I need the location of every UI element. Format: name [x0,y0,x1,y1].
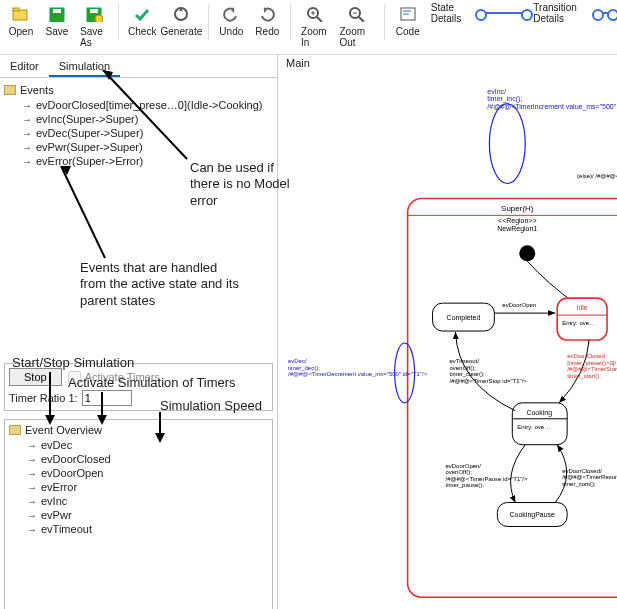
arrow-icon: → [22,142,32,153]
sim-controls: Stop Activate Timers Timer Ratio 1: [4,363,273,411]
svg-line-9 [317,17,322,22]
timer-ratio-input[interactable] [82,390,132,406]
zoom-in-label: Zoom In [301,26,329,48]
trans-evdooropen-pause: evDoorOpen/ovenOff();/#@#@<TimerPause id… [446,463,529,489]
event-overview-item[interactable]: →evDec [9,438,268,452]
trans-else: (else)/ /#@#@<TimerCrea… [577,173,617,179]
event-overview-item[interactable]: →evError [9,480,268,494]
zoom-in-icon [305,4,325,24]
open-button[interactable]: Open [4,2,38,39]
arrow-icon: → [22,100,32,111]
svg-text:CookingPause: CookingPause [510,511,555,519]
arrow-icon: → [27,468,37,479]
trans-evtimeout: evTimeout/ovenOff();timer_clear();/#@#@<… [449,358,527,384]
state-diagram[interactable]: evInc/timer_inc();/#@#@<TimerIncrement v… [278,73,617,609]
arrow-icon: → [27,482,37,493]
event-overview-item[interactable]: →evPwr [9,508,268,522]
arrow-icon: → [27,454,37,465]
event-item[interactable]: →evError(Super->Error) [4,154,273,168]
events-tree: Events →evDoorClosed[timer_prese…0](Idle… [0,78,277,174]
event-overview: Event Overview →evDec→evDoorClosed→evDoo… [4,419,273,609]
tab-editor[interactable]: Editor [0,57,49,77]
generate-icon [171,4,191,24]
toolbar: Open Save Save As Check Generate Undo [0,0,617,55]
svg-text:evDoorOpen: evDoorOpen [502,302,536,308]
event-item[interactable]: →evPwr(Super->Super) [4,140,273,154]
redo-label: Redo [255,26,279,37]
arrow-icon: → [22,156,32,167]
arrow-icon: → [22,114,32,125]
tab-simulation[interactable]: Simulation [49,57,120,77]
svg-text:Super(H): Super(H) [501,204,534,213]
undo-icon [221,4,241,24]
event-overview-item[interactable]: →evInc [9,494,268,508]
event-item[interactable]: →evDoorClosed[timer_prese…0](Idle->Cooki… [4,98,273,112]
region-label: <<Region>>NewRegion1 [497,217,537,233]
arrow-icon: → [27,510,37,521]
svg-text:Idle: Idle [576,304,587,311]
events-header: Events [4,84,273,96]
save-as-button[interactable]: Save As [76,2,112,50]
activate-timers-checkbox[interactable]: Activate Timers [68,371,160,384]
diagram-panel[interactable]: Main evInc/timer_inc();/#@#@<TimerIncrem… [278,55,617,609]
svg-text:Entry:
ove…: Entry: ove… [562,320,595,326]
event-overview-item[interactable]: →evDoorClosed [9,452,268,466]
arrow-icon: → [22,128,32,139]
arrow-icon: → [27,440,37,451]
open-icon [11,4,31,24]
redo-icon [257,4,277,24]
svg-text:Cooking: Cooking [526,409,552,417]
timer-ratio-label: Timer Ratio 1: [9,392,78,404]
initial-state [519,245,535,261]
state-details: State Details [431,2,528,24]
zoom-in-button[interactable]: Zoom In [297,2,333,50]
self-loop-top [489,104,525,184]
code-icon [398,4,418,24]
save-icon [47,4,67,24]
left-tabs: Editor Simulation [0,55,277,78]
stop-button[interactable]: Stop [9,368,62,386]
code-label: Code [396,26,420,37]
svg-line-13 [359,17,364,22]
trans-evdoorclosed-idle: evDoorClosed[timer_preset()>0]//#@#@<Tim… [567,353,617,379]
zoom-out-button[interactable]: Zoom Out [336,2,378,50]
save-as-label: Save As [80,26,108,48]
transition-details: Transition Details [533,2,613,24]
folder-icon [9,425,21,435]
state-super [408,198,617,597]
zoom-out-label: Zoom Out [340,26,374,48]
svg-text:Entry:
ove…: Entry: ove… [517,424,550,430]
redo-button[interactable]: Redo [250,2,284,39]
save-as-icon [84,4,104,24]
undo-button[interactable]: Undo [214,2,248,39]
svg-rect-1 [13,8,19,11]
svg-point-6 [95,15,103,22]
folder-icon [4,85,16,95]
event-item[interactable]: →evInc(Super->Super) [4,112,273,126]
generate-button[interactable]: Generate [161,2,201,39]
svg-rect-5 [90,9,98,13]
state-details-slider[interactable] [481,12,528,14]
diagram-top-note: evInc/timer_inc();/#@#@<TimerIncrement v… [487,88,617,111]
undo-label: Undo [219,26,243,37]
check-label: Check [128,26,156,37]
zoom-out-icon [347,4,367,24]
save-label: Save [46,26,69,37]
diagram-left-note: evDec/timer_dec();/#@#@<TimerDecrement v… [288,358,428,377]
left-panel: Editor Simulation Events →evDoorClosed[t… [0,55,278,609]
arrow-icon: → [27,524,37,535]
code-button[interactable]: Code [391,2,425,39]
svg-rect-3 [53,9,61,13]
diagram-tab-main[interactable]: Main [286,57,310,69]
event-overview-item[interactable]: →evTimeout [9,522,268,536]
transition-details-slider[interactable] [598,12,613,14]
trans-evdoorclosed-resume: evDoorClosed//#@#@<TimerResume id=…timer… [562,468,617,487]
event-overview-item[interactable]: →evDoorOpen [9,466,268,480]
arrow-icon: → [27,496,37,507]
check-icon [132,4,152,24]
check-button[interactable]: Check [125,2,159,39]
save-button[interactable]: Save [40,2,74,39]
event-item[interactable]: →evDec(Super->Super) [4,126,273,140]
svg-text:Completed: Completed [447,314,481,322]
open-label: Open [9,26,33,37]
